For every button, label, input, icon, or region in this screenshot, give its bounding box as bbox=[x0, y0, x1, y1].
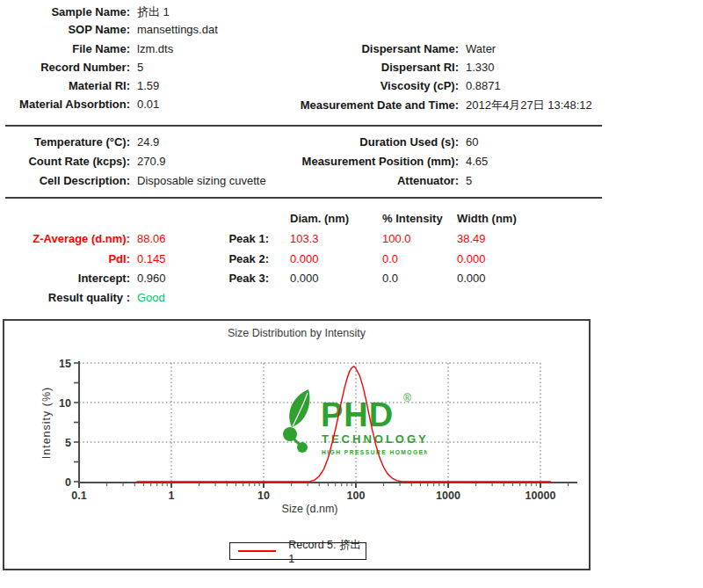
info-label: Material Absorbtion: bbox=[0, 98, 130, 111]
svg-text:10: 10 bbox=[59, 397, 71, 410]
peak-label: Peak 1: bbox=[207, 232, 269, 245]
y-axis-label: Intensity (%) bbox=[40, 387, 53, 459]
peaks-header-width: Width (nm) bbox=[457, 212, 536, 226]
legend-line-swatch bbox=[238, 550, 276, 552]
info-row: Viscosity (cP): 0.8871 bbox=[299, 79, 501, 93]
svg-text:0.1: 0.1 bbox=[71, 490, 86, 502]
peak-intensity: 0.0 bbox=[382, 272, 457, 285]
info-label: Measurement Date and Time: bbox=[299, 98, 459, 112]
info-row: File Name: lzm.dts bbox=[0, 42, 173, 56]
info-label: Temperature (°C): bbox=[0, 135, 130, 149]
info-row: Duration Used (s): 60 bbox=[299, 135, 478, 149]
svg-text:1000: 1000 bbox=[436, 490, 460, 502]
info-label: File Name: bbox=[0, 42, 130, 55]
svg-text:10: 10 bbox=[257, 490, 270, 502]
result-value: 0.145 bbox=[137, 252, 207, 265]
result-label: Result quality : bbox=[0, 291, 130, 304]
dls-measurement-report: { "colors": { "accent_red": "#ff0000", "… bbox=[0, 0, 703, 588]
separator-line bbox=[5, 125, 602, 127]
info-value: 2012年4月27日 13:48:12 bbox=[466, 98, 592, 113]
info-row: Measurement Date and Time: 2012年4月27日 13… bbox=[299, 98, 592, 112]
peak-label: Peak 3: bbox=[207, 272, 269, 285]
svg-text:5: 5 bbox=[65, 437, 71, 449]
peak-intensity: 100.0 bbox=[382, 232, 457, 245]
x-axis-label: Size (d.nm) bbox=[282, 503, 338, 515]
info-label: Duration Used (s): bbox=[299, 135, 459, 149]
svg-text:10000: 10000 bbox=[525, 490, 556, 502]
svg-text:15: 15 bbox=[59, 358, 71, 370]
info-label: Cell Description: bbox=[0, 174, 130, 187]
info-label: Material RI: bbox=[0, 79, 130, 92]
peak-label: Peak 2: bbox=[207, 252, 269, 265]
legend-label: Record 5: 挤出 1 bbox=[288, 538, 366, 565]
chart-title: Size Distribution by Intensity bbox=[4, 327, 589, 339]
info-row: Count Rate (kcps): 270.9 bbox=[0, 155, 166, 169]
info-label: Viscosity (cP): bbox=[299, 79, 459, 92]
info-value: 5 bbox=[466, 174, 472, 187]
info-label: Sample Name: bbox=[0, 5, 130, 18]
info-row: SOP Name: mansettings.dat bbox=[0, 23, 218, 37]
info-value: 24.9 bbox=[137, 135, 159, 149]
size-distribution-chart-frame: Size Distribution by Intensity PHD ® Tec… bbox=[3, 319, 591, 570]
peak-diam: 0.000 bbox=[290, 272, 382, 285]
result-value: 88.06 bbox=[137, 232, 207, 245]
info-value: 4.65 bbox=[466, 155, 488, 168]
info-value: 0.01 bbox=[137, 98, 159, 111]
info-row: Temperature (°C): 24.9 bbox=[0, 135, 159, 149]
info-value: 5 bbox=[137, 61, 143, 74]
peak-width: 38.49 bbox=[457, 232, 536, 245]
info-value: Water bbox=[466, 42, 496, 55]
info-label: Count Rate (kcps): bbox=[0, 155, 130, 168]
info-value: mansettings.dat bbox=[137, 23, 218, 36]
peak-diam: 0.000 bbox=[290, 252, 382, 265]
result-label: Z-Average (d.nm): bbox=[0, 232, 130, 245]
result-quality-value: Good bbox=[137, 291, 165, 304]
svg-text:1: 1 bbox=[169, 490, 175, 502]
info-value: Disposable sizing cuvette bbox=[137, 174, 266, 187]
info-label: Record Number: bbox=[0, 61, 130, 74]
intensity-size-plot: 0510150.1110100100010000Intensity (%)Siz… bbox=[4, 321, 585, 565]
info-row: Dispersant Name: Water bbox=[299, 42, 496, 56]
info-value: 0.8871 bbox=[466, 79, 501, 92]
svg-text:100: 100 bbox=[347, 490, 366, 502]
info-row: Sample Name: 挤出 1 bbox=[0, 4, 170, 18]
info-row: Material Absorbtion: 0.01 bbox=[0, 98, 159, 112]
info-label: SOP Name: bbox=[0, 23, 130, 36]
result-row-quality: Result quality : Good bbox=[0, 291, 165, 305]
info-value: lzm.dts bbox=[137, 42, 173, 55]
peaks-header-diam: Diam. (nm) bbox=[290, 212, 382, 226]
svg-text:0: 0 bbox=[65, 476, 71, 489]
info-row: Dispersant RI: 1.330 bbox=[299, 61, 495, 75]
result-label: PdI: bbox=[0, 252, 130, 265]
info-value: 270.9 bbox=[137, 155, 166, 168]
result-row-pdi: PdI: 0.145 Peak 2: 0.000 0.0 0.000 bbox=[0, 252, 536, 266]
info-value: 60 bbox=[466, 135, 478, 149]
peak-diam: 103.3 bbox=[290, 232, 382, 245]
legend-box: Record 5: 挤出 1 bbox=[229, 542, 366, 560]
info-row: Attenuator: 5 bbox=[299, 174, 472, 188]
info-label: Dispersant RI: bbox=[299, 61, 459, 74]
info-row: Cell Description: Disposable sizing cuve… bbox=[0, 174, 266, 188]
result-label: Intercept: bbox=[0, 272, 130, 285]
info-label: Dispersant Name: bbox=[299, 42, 459, 55]
info-value: 1.330 bbox=[466, 61, 495, 74]
info-value: 1.59 bbox=[137, 79, 159, 92]
peak-intensity: 0.0 bbox=[382, 252, 457, 265]
info-row: Record Number: 5 bbox=[0, 61, 143, 75]
peak-width: 0.000 bbox=[457, 252, 536, 265]
result-row-intercept: Intercept: 0.960 Peak 3: 0.000 0.0 0.000 bbox=[0, 272, 536, 286]
separator-line bbox=[5, 197, 602, 199]
info-label: Measurement Position (mm): bbox=[299, 155, 459, 168]
info-row: Material RI: 1.59 bbox=[0, 79, 159, 93]
info-value: 挤出 1 bbox=[137, 4, 170, 20]
peak-width: 0.000 bbox=[457, 272, 536, 285]
info-label: Attenuator: bbox=[299, 174, 459, 187]
info-row: Measurement Position (mm): 4.65 bbox=[299, 155, 488, 169]
peaks-header-row: Diam. (nm) % Intensity Width (nm) bbox=[290, 212, 536, 226]
result-value: 0.960 bbox=[137, 272, 207, 285]
result-row-z-average: Z-Average (d.nm): 88.06 Peak 1: 103.3 10… bbox=[0, 232, 536, 246]
peaks-header-intensity: % Intensity bbox=[382, 212, 457, 226]
series-curve bbox=[136, 367, 551, 482]
